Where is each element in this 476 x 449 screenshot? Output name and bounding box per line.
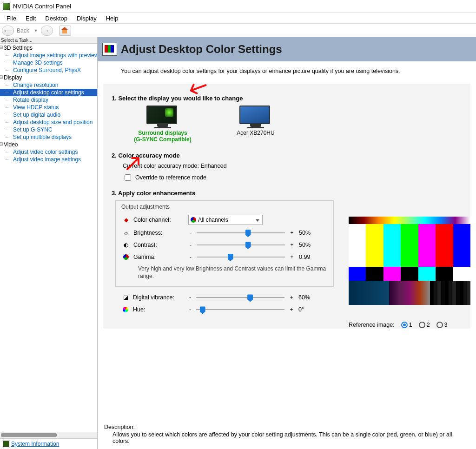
contrast-icon: ◐ — [122, 241, 130, 249]
title-bar: NVIDIA Control Panel — [0, 0, 476, 13]
back-label: Back — [17, 27, 29, 34]
tree-video-color[interactable]: Adjust video color settings — [0, 148, 97, 156]
tree-adjust-desktop-color[interactable]: Adjust desktop color settings — [0, 89, 97, 96]
description-text: Allows you to select which colors are af… — [112, 431, 469, 444]
vibrance-label: Digital vibrance: — [133, 294, 184, 301]
brightness-label: Brightness: — [133, 230, 185, 236]
gamma-label: Gamma: — [133, 254, 185, 260]
override-label: Override to reference mode — [135, 174, 206, 181]
contrast-slider[interactable] — [197, 241, 285, 249]
sidebar-footer: System Information — [0, 438, 97, 449]
gamma-note: Very high and very low Brightness and Co… — [138, 265, 327, 280]
tree-view-hdcp[interactable]: View HDCP status — [0, 104, 97, 111]
tree-adjust-image-settings[interactable]: Adjust image settings with preview — [0, 52, 97, 59]
page-title: Adjust Desktop Color Settings — [121, 43, 282, 56]
current-accuracy-mode: Current color accuracy mode: Enhanced — [123, 163, 462, 169]
display-surround-label-1: Surround displays — [130, 130, 195, 136]
color-channel-label: Color channel: — [133, 217, 185, 223]
back-arrow-icon: ⟵ — [4, 27, 12, 34]
vibrance-slider[interactable] — [196, 293, 284, 302]
tree-video-image[interactable]: Adjust video image settings — [0, 156, 97, 163]
display-acer[interactable]: Acer XB270HU — [223, 106, 288, 143]
system-info-icon — [3, 441, 9, 447]
reference-radio-3[interactable]: 3 — [436, 322, 448, 328]
display-acer-label: Acer XB270HU — [223, 130, 288, 136]
forward-arrow-icon: → — [44, 27, 50, 34]
menu-bar: File Edit Desktop Display Help — [0, 13, 476, 24]
nav-separator — [56, 26, 56, 35]
step2-title: 2. Color accuracy mode — [112, 152, 462, 159]
back-button[interactable]: ⟵ — [2, 26, 14, 36]
select-task-header: Select a Task... — [0, 37, 97, 44]
display-surround-label-2: (G-SYNC Compatible) — [130, 136, 195, 143]
page-header: Adjust Desktop Color Settings — [98, 37, 476, 61]
override-reference-checkbox[interactable]: Override to reference mode — [123, 173, 462, 182]
task-tree: 3D Settings Adjust image settings with p… — [0, 44, 97, 432]
contrast-value: 50% — [299, 242, 319, 248]
tree-rotate-display[interactable]: Rotate display — [0, 96, 97, 104]
group-display[interactable]: Display — [0, 74, 97, 81]
step1-title: 1. Select the display you would like to … — [112, 95, 462, 102]
color-channel-select[interactable]: All channels — [188, 215, 263, 225]
step3-title: 3. Apply color enhancements — [112, 190, 462, 197]
vibrance-icon: ◪ — [122, 294, 129, 301]
reference-preview: Reference image: 1 2 3 — [349, 217, 470, 328]
hue-label: Hue: — [133, 306, 184, 313]
color-channel-value: All channels — [198, 217, 228, 223]
tree-manage-3d-settings[interactable]: Manage 3D settings — [0, 59, 97, 66]
reference-image-label: Reference image: — [349, 322, 395, 328]
gamma-slider[interactable] — [197, 253, 285, 261]
vibrance-value: 60% — [298, 294, 319, 301]
home-icon — [62, 28, 68, 33]
gamma-value: 0.99 — [299, 254, 319, 260]
output-adjustments-legend: Output adjustments — [120, 204, 171, 210]
brightness-slider[interactable] — [197, 229, 285, 237]
hue-icon — [122, 306, 129, 313]
main-panel: Adjust Desktop Color Settings You can ad… — [98, 37, 476, 449]
brightness-value: 50% — [299, 230, 319, 236]
brightness-icon: ☼ — [122, 229, 130, 237]
nav-bar: ⟵ Back ▼ → — [0, 24, 476, 37]
color-settings-icon — [102, 43, 117, 56]
tree-setup-gsync[interactable]: Set up G-SYNC — [0, 126, 97, 133]
page-intro: You can adjust desktop color settings fo… — [98, 61, 476, 74]
description-label: Description: — [104, 424, 469, 430]
menu-display[interactable]: Display — [72, 13, 101, 23]
window-title: NVIDIA Control Panel — [13, 3, 71, 10]
reference-radio-2[interactable]: 2 — [419, 322, 430, 328]
nvidia-app-icon — [3, 3, 10, 10]
tree-multiple-displays[interactable]: Set up multiple displays — [0, 133, 97, 141]
hue-slider[interactable] — [196, 305, 284, 314]
tree-digital-audio[interactable]: Set up digital audio — [0, 111, 97, 119]
tree-change-resolution[interactable]: Change resolution — [0, 81, 97, 89]
display-surround[interactable]: Surround displays (G-SYNC Compatible) — [130, 106, 195, 143]
rgb-circle-icon — [191, 217, 196, 223]
color-channel-icon: ◆ — [122, 216, 130, 224]
output-adjustments-box: Output adjustments ◆ Color channel: All … — [115, 200, 334, 287]
tree-adjust-size-position[interactable]: Adjust desktop size and position — [0, 119, 97, 126]
menu-file[interactable]: File — [2, 13, 21, 23]
group-3d-settings[interactable]: 3D Settings — [0, 44, 97, 52]
menu-desktop[interactable]: Desktop — [40, 13, 72, 23]
menu-edit[interactable]: Edit — [21, 13, 40, 23]
forward-button[interactable]: → — [41, 26, 53, 36]
back-dropdown-icon[interactable]: ▼ — [34, 28, 38, 33]
description-block: Description: Allows you to select which … — [104, 424, 469, 444]
group-video[interactable]: Video — [0, 141, 97, 148]
sidebar-scrollbar[interactable] — [0, 432, 97, 438]
override-checkbox-input[interactable] — [125, 174, 131, 181]
home-button[interactable] — [59, 26, 71, 36]
menu-help[interactable]: Help — [101, 13, 123, 23]
content-area: 1. Select the display you would like to … — [103, 84, 470, 329]
system-information-link[interactable]: System Information — [11, 441, 59, 447]
sidebar: Select a Task... 3D Settings Adjust imag… — [0, 37, 98, 449]
color-bars-image — [349, 217, 470, 309]
hue-value: 0° — [298, 306, 319, 313]
tree-configure-surround[interactable]: Configure Surround, PhysX — [0, 66, 97, 74]
reference-radio-1[interactable]: 1 — [401, 322, 412, 328]
contrast-label: Contrast: — [133, 242, 185, 248]
gamma-icon — [122, 253, 130, 261]
